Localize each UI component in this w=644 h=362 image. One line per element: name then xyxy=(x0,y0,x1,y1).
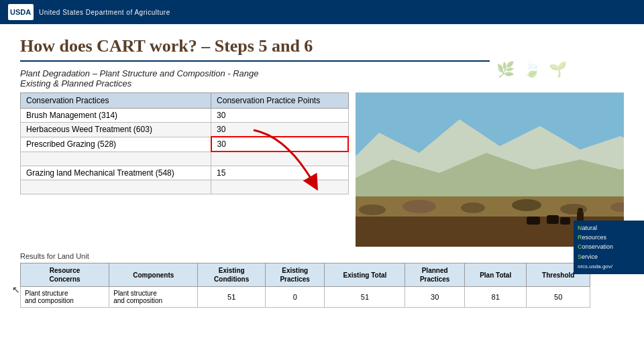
results-label: Results for Land Unit xyxy=(20,252,624,260)
table-row xyxy=(21,180,349,194)
left-column: Conservation Practices Conservation Prac… xyxy=(20,93,349,202)
main-content: How does CART work? – Steps 5 and 6 Plan… xyxy=(0,24,644,314)
col-header-practices: Conservation Practices xyxy=(21,93,211,109)
cell-existing-practices: 0 xyxy=(265,287,325,308)
practices-table: Conservation Practices Conservation Prac… xyxy=(20,93,349,194)
cell-components: Plant structure and composition xyxy=(109,287,198,308)
nrcs-brand: Natural Resources Conservation Service n… xyxy=(574,221,644,274)
practice-points: 15 xyxy=(211,166,348,180)
practice-name: Brush Management (314) xyxy=(21,109,211,123)
practice-name xyxy=(21,180,211,194)
usda-logo-icon: USDA xyxy=(8,4,34,20)
table-row: Prescribed Grazing (528) 30 xyxy=(21,137,349,152)
usda-logo: USDA United States Department of Agricul… xyxy=(8,4,170,20)
decorative-icons: 🌿 🍃 🌱 xyxy=(496,61,567,78)
svg-rect-14 xyxy=(547,215,559,224)
svg-point-7 xyxy=(359,204,386,215)
table-row: Grazing land Mechanical Treatment (548) … xyxy=(21,166,349,180)
svg-point-9 xyxy=(461,202,485,213)
col-header-planned-practices: PlannedPractices xyxy=(405,263,465,287)
col-header-plan-total: Plan Total xyxy=(464,263,527,287)
svg-rect-13 xyxy=(527,217,540,225)
practice-points: 30 xyxy=(211,109,348,123)
cell-plan-total: 81 xyxy=(464,287,527,308)
practice-points xyxy=(211,180,348,194)
results-row: Plant structure and composition Plant st… xyxy=(21,287,590,308)
content-row: Conservation Practices Conservation Prac… xyxy=(20,93,624,247)
col-header-points: Conservation Practice Points xyxy=(211,93,348,109)
practice-name: Prescribed Grazing (528) xyxy=(21,137,211,152)
leaf-icon-1: 🌿 xyxy=(496,61,515,78)
results-section: Results for Land Unit ResourceConcerns C… xyxy=(20,252,624,308)
col-header-components: Components xyxy=(109,263,198,287)
svg-point-17 xyxy=(578,208,583,213)
col-header-existing-practices: ExistingPractices xyxy=(265,263,325,287)
cursor-icon: ↖ xyxy=(12,284,20,295)
cell-resource-concerns: Plant structure and composition xyxy=(21,287,109,308)
leaf-icon-2: 🍃 xyxy=(523,61,541,78)
col-header-existing-total: Existing Total xyxy=(325,263,405,287)
header-bar: USDA United States Department of Agricul… xyxy=(0,0,644,24)
svg-rect-15 xyxy=(560,217,570,225)
cell-threshold: 50 xyxy=(527,287,590,308)
practice-name: Grazing land Mechanical Treatment (548) xyxy=(21,166,211,180)
page-title: How does CART work? – Steps 5 and 6 xyxy=(20,36,624,56)
col-header-existing-conditions: ExistingConditions xyxy=(198,263,265,287)
dept-name: United States Department of Agriculture xyxy=(39,9,170,16)
results-table: ResourceConcerns Components ExistingCond… xyxy=(20,263,590,308)
practice-name: Herbaceous Weed Treatment (603) xyxy=(21,123,211,137)
svg-point-10 xyxy=(512,199,541,211)
title-underline xyxy=(20,60,490,62)
cell-existing-conditions: 51 xyxy=(198,287,265,308)
cell-planned-practices: 30 xyxy=(405,287,465,308)
svg-text:USDA: USDA xyxy=(10,8,31,16)
cell-existing-total: 51 xyxy=(325,287,405,308)
leaf-icon-3: 🌱 xyxy=(549,61,567,78)
table-row: Herbaceous Weed Treatment (603) 30 xyxy=(21,123,349,137)
practice-points-highlighted: 30 xyxy=(211,137,348,152)
svg-point-8 xyxy=(402,200,436,213)
table-row xyxy=(21,152,349,166)
practice-points xyxy=(211,152,348,166)
col-header-resource-concerns: ResourceConcerns xyxy=(21,263,109,287)
practice-name xyxy=(21,152,211,166)
table-row: Brush Management (314) 30 xyxy=(21,109,349,123)
practice-points: 30 xyxy=(211,123,348,137)
